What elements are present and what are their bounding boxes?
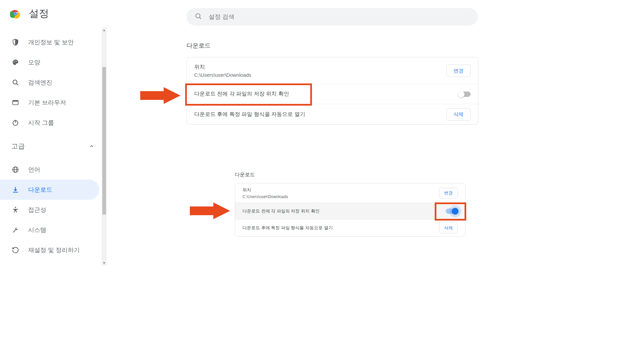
section-heading-downloads-after: 다운로드: [235, 172, 255, 178]
sidebar-item-default-browser[interactable]: 기본 브라우저: [0, 93, 107, 113]
svg-marker-22: [190, 202, 230, 219]
search-input[interactable]: [209, 13, 470, 20]
ask-before-download-toggle[interactable]: [459, 92, 471, 97]
ask-before-download-label: 다운로드 전에 각 파일의 저장 위치 확인: [194, 90, 289, 98]
change-location-button[interactable]: 변경: [439, 188, 458, 198]
download-location-path: C:\Users\user\Downloads: [243, 194, 288, 199]
sidebar-item-reset[interactable]: 재설정 및 정리하기: [0, 240, 107, 260]
chevron-up-icon: [89, 142, 94, 150]
download-location-label: 위치: [194, 64, 205, 71]
annotation-arrow-icon: [190, 202, 230, 219]
sidebar-item-downloads[interactable]: 다운로드: [0, 180, 99, 200]
svg-point-7: [14, 61, 15, 61]
svg-rect-12: [13, 101, 18, 102]
auto-open-row: 다운로드 후에 특정 파일 형식을 자동으로 열기 삭제: [187, 104, 478, 124]
chrome-logo-icon: [10, 8, 21, 19]
download-location-label: 위치: [243, 187, 251, 193]
sidebar-item-accessibility[interactable]: 접근성: [0, 200, 107, 220]
sidebar-item-on-startup[interactable]: 시작 그룹: [0, 113, 107, 133]
palette-icon: [11, 58, 19, 66]
sidebar-item-system[interactable]: 시스템: [0, 220, 107, 240]
svg-point-8: [16, 61, 17, 62]
svg-point-3: [14, 13, 16, 14]
scrollbar[interactable]: ▲ ▼: [102, 27, 107, 265]
sidebar-item-label: 접근성: [28, 206, 46, 214]
svg-point-4: [196, 14, 200, 18]
svg-point-9: [13, 80, 17, 84]
sidebar-section-advanced[interactable]: 고급: [0, 133, 107, 160]
sidebar-section-label: 고급: [11, 142, 25, 151]
sidebar-item-privacy[interactable]: 개인정보 및 보안: [0, 32, 107, 52]
sidebar-item-label: 검색엔진: [28, 78, 52, 86]
sidebar-item-label: 다운로드: [28, 186, 52, 194]
scroll-down-icon[interactable]: ▼: [102, 260, 107, 265]
search-bar[interactable]: [186, 8, 478, 25]
page-title: 설정: [29, 7, 49, 20]
auto-open-label: 다운로드 후에 특정 파일 형식을 자동으로 열기: [194, 111, 305, 118]
ask-before-download-row[interactable]: 다운로드 전에 각 파일의 저장 위치 확인: [187, 84, 478, 104]
nav-list: 개인정보 및 보안 모양 검색엔진 기본 브라우저 시작 그룹: [0, 31, 107, 260]
sidebar-item-language[interactable]: 언어: [0, 160, 107, 180]
section-heading-downloads: 다운로드: [186, 42, 211, 50]
sidebar: ▲ ▼ 개인정보 및 보안 모양 검색엔진 기본 브라우저: [0, 31, 107, 265]
auto-open-row: 다운로드 후에 특정 파일 형식을 자동으로 열기 삭제: [235, 220, 465, 236]
sidebar-item-label: 재설정 및 정리하기: [28, 246, 80, 254]
sidebar-item-label: 시스템: [28, 226, 46, 234]
power-icon: [11, 119, 19, 127]
accessibility-icon: [11, 206, 19, 214]
sidebar-item-label: 언어: [28, 166, 40, 174]
shield-icon: [11, 38, 19, 46]
change-location-button[interactable]: 변경: [446, 64, 471, 77]
download-icon: [11, 186, 19, 194]
clear-auto-open-button[interactable]: 삭제: [439, 223, 458, 233]
ask-before-download-label: 다운로드 전에 각 파일의 저장 위치 확인: [243, 208, 320, 214]
clear-auto-open-button[interactable]: 삭제: [446, 108, 471, 121]
svg-point-20: [15, 207, 16, 208]
svg-line-5: [200, 17, 201, 19]
svg-line-10: [16, 83, 18, 85]
sidebar-item-label: 기본 브라우저: [28, 99, 66, 107]
ask-before-download-row[interactable]: 다운로드 전에 각 파일의 저장 위치 확인: [235, 203, 465, 220]
scroll-up-icon[interactable]: ▲: [102, 27, 107, 33]
download-location-path: C:\Users\user\Downloads: [194, 72, 251, 78]
browser-icon: [11, 99, 19, 107]
svg-marker-21: [140, 87, 180, 104]
wrench-icon: [11, 226, 19, 234]
search-icon: [195, 12, 202, 21]
annotation-arrow-icon: [140, 87, 180, 104]
download-location-row: 위치 C:\Users\user\Downloads 변경: [235, 183, 465, 203]
ask-before-download-toggle[interactable]: [446, 208, 458, 214]
scroll-thumb[interactable]: [102, 67, 106, 215]
downloads-card: 위치 C:\Users\user\Downloads 변경 다운로드 전에 각 …: [186, 57, 478, 125]
sidebar-item-label: 모양: [28, 58, 40, 66]
sidebar-item-label: 개인정보 및 보안: [28, 38, 74, 46]
download-location-row: 위치 C:\Users\user\Downloads 변경: [187, 57, 478, 84]
header: 설정: [10, 7, 49, 20]
sidebar-item-search-engine[interactable]: 검색엔진: [0, 72, 107, 93]
downloads-card-after: 위치 C:\Users\user\Downloads 변경 다운로드 전에 각 …: [235, 183, 466, 237]
auto-open-label: 다운로드 후에 특정 파일 형식을 자동으로 열기: [243, 225, 333, 231]
globe-icon: [11, 166, 19, 174]
sidebar-item-appearance[interactable]: 모양: [0, 52, 107, 72]
sidebar-item-label: 시작 그룹: [28, 119, 54, 127]
svg-point-6: [14, 62, 14, 62]
search-icon: [11, 78, 19, 86]
restore-icon: [11, 246, 19, 254]
